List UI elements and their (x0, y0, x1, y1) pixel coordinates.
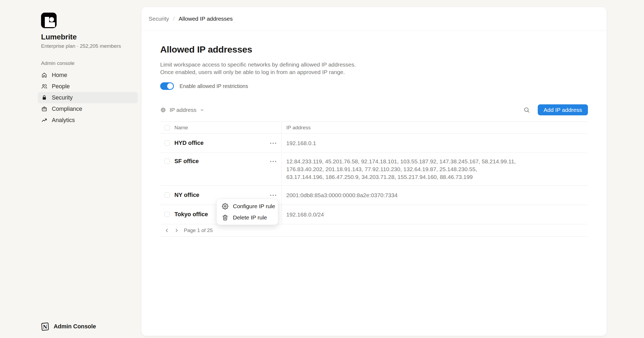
row-checkbox[interactable] (164, 212, 170, 217)
lock-icon (41, 94, 47, 101)
svg-text:N: N (43, 324, 47, 330)
ellipsis-icon (270, 160, 277, 163)
next-page-button[interactable] (173, 226, 181, 234)
workspace-subtitle: Enterprise plan · 252,205 members (41, 43, 141, 49)
row-name: Tokyo office (174, 211, 208, 218)
content-card: Security / Allowed IP addresses Allowed … (141, 7, 607, 336)
add-ip-button[interactable]: Add IP address (538, 104, 588, 115)
select-all-checkbox[interactable] (164, 125, 170, 130)
search-button[interactable] (523, 106, 530, 114)
header-name-cell: Name (160, 122, 281, 133)
row-name: SF office (174, 157, 199, 165)
description-line: Limit workspace access to specific netwo… (160, 61, 588, 68)
row-checkbox[interactable] (164, 159, 170, 164)
row-name: NY office (174, 191, 199, 199)
globe-icon (160, 107, 166, 113)
sidebar-section-label: Admin console (41, 60, 141, 66)
row-ip-cell: 192.168.0.0/24 (281, 205, 588, 224)
sidebar-item-label: Security (52, 94, 73, 101)
trash-icon (222, 214, 228, 221)
sidebar-item-security[interactable]: Security (38, 92, 138, 103)
table-actions: Add IP address (523, 104, 588, 115)
row-checkbox[interactable] (164, 140, 170, 146)
sidebar-item-label: Compliance (52, 106, 82, 112)
sidebar-item-home[interactable]: Home (38, 69, 138, 81)
chart-icon (41, 117, 47, 123)
breadcrumb-current: Allowed IP addresses (179, 16, 233, 22)
sidebar-item-label: Analytics (52, 117, 75, 124)
ip-address-filter[interactable]: IP address (160, 107, 204, 113)
row-name-cell: HYD office (160, 134, 281, 153)
breadcrumb-parent[interactable]: Security (149, 16, 169, 22)
menu-item-label: Configure IP rule (233, 203, 275, 210)
page-title: Allowed IP addresses (160, 44, 588, 55)
row-ip-cell: 2001:0db8:85a3:0000:0000:8a2e:0370:7334 (281, 186, 588, 205)
breadcrumb-separator: / (173, 16, 175, 22)
toggle-row: Enable allowed IP restrictions (160, 82, 588, 90)
pagination: Page 1 of 25 (160, 224, 588, 237)
gear-icon (222, 203, 228, 210)
previous-page-button[interactable] (163, 226, 171, 234)
column-header-ip: IP address (286, 125, 310, 131)
menu-item-delete-ip-rule[interactable]: Delete IP rule (217, 212, 278, 223)
pagination-label: Page 1 of 25 (184, 227, 213, 233)
page-content: Allowed IP addresses Limit workspace acc… (141, 44, 607, 237)
menu-item-configure-ip-rule[interactable]: Configure IP rule (217, 201, 278, 212)
row-checkbox[interactable] (164, 192, 170, 198)
sidebar-item-people[interactable]: People (38, 81, 138, 92)
briefcase-icon (41, 106, 47, 112)
filter-label: IP address (170, 107, 196, 113)
workspace-name: Lumebrite (41, 33, 141, 41)
sidebar-nav: Home People (38, 69, 138, 126)
chevron-left-icon (164, 228, 170, 233)
sidebar-item-label: Home (52, 72, 67, 79)
workspace-header: Lumebrite Enterprise plan · 252,205 memb… (41, 13, 141, 49)
menu-item-label: Delete IP rule (233, 214, 267, 221)
ellipsis-icon (270, 142, 277, 144)
row-ip-cell: 12.84.233.119, 45.201.76.58, 92.174.18.1… (281, 153, 588, 185)
page-description: Limit workspace access to specific netwo… (160, 61, 588, 76)
ellipsis-icon (270, 194, 277, 196)
table-row: SF office 12.84.233.119, 45.201.76.58, 9… (160, 153, 588, 186)
context-menu: Configure IP rule Delete IP rule (217, 199, 278, 225)
sidebar-footer-label: Admin Console (54, 323, 96, 330)
row-name: HYD office (174, 139, 204, 147)
toggle-label: Enable allowed IP restrictions (180, 83, 248, 89)
row-actions-button[interactable] (270, 157, 277, 165)
chevron-down-icon (200, 108, 204, 112)
people-icon (41, 83, 47, 90)
row-actions-button[interactable] (270, 139, 277, 147)
chevron-right-icon (174, 228, 179, 233)
sidebar-item-analytics[interactable]: Analytics (38, 115, 138, 126)
app-window: Lumebrite Enterprise plan · 252,205 memb… (0, 0, 644, 338)
table-row: HYD office 192.168.0.1 (160, 134, 588, 153)
column-header-name: Name (174, 125, 188, 131)
description-line: Once enabled, users will only be able to… (160, 68, 588, 76)
toggle-knob (167, 83, 173, 89)
header-ip-cell: IP address (281, 122, 588, 133)
ip-restrictions-toggle[interactable] (160, 82, 174, 90)
table-header: Name IP address (160, 122, 588, 134)
sidebar-item-compliance[interactable]: Compliance (38, 103, 138, 115)
workspace-logo-icon (41, 13, 57, 28)
home-icon (41, 72, 47, 78)
row-name-cell: SF office (160, 153, 281, 185)
breadcrumb: Security / Allowed IP addresses (141, 7, 607, 31)
row-actions-button[interactable] (270, 191, 277, 199)
sidebar-item-label: People (52, 83, 70, 90)
sidebar-footer[interactable]: N Admin Console (40, 322, 96, 331)
sidebar: Lumebrite Enterprise plan · 252,205 memb… (0, 0, 141, 338)
notion-logo-icon: N (40, 322, 49, 331)
row-ip-cell: 192.168.0.1 (281, 134, 588, 153)
search-icon (523, 106, 530, 113)
filter-bar: IP address (160, 104, 588, 115)
